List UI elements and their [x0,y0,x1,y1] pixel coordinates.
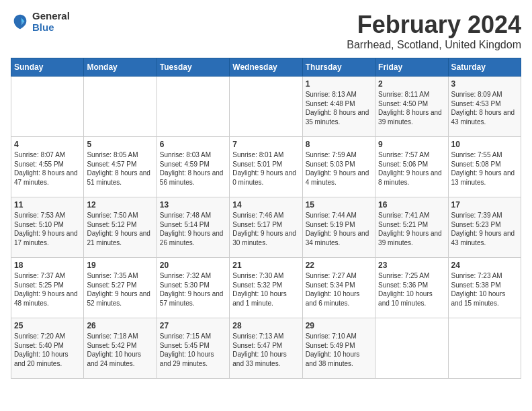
day-cell [157,77,229,137]
day-cell: 28Sunrise: 7:13 AM Sunset: 5:47 PM Dayli… [230,318,302,379]
day-cell: 6Sunrise: 8:03 AM Sunset: 4:59 PM Daylig… [157,137,229,197]
day-cell: 17Sunrise: 7:39 AM Sunset: 5:23 PM Dayli… [448,197,521,258]
day-number: 29 [306,321,372,330]
day-number: 9 [378,140,445,149]
cell-sun-info: Sunrise: 8:05 AM Sunset: 4:57 PM Dayligh… [87,150,153,187]
day-number: 1 [306,79,372,89]
header-cell-friday: Friday [375,58,448,77]
day-cell [11,77,84,137]
cell-sun-info: Sunrise: 7:59 AM Sunset: 5:03 PM Dayligh… [306,150,372,187]
day-cell [84,77,157,137]
cell-sun-info: Sunrise: 7:48 AM Sunset: 5:14 PM Dayligh… [160,211,226,247]
header-cell-sunday: Sunday [11,58,84,77]
day-number: 21 [232,261,299,270]
header-cell-tuesday: Tuesday [157,58,229,77]
cell-sun-info: Sunrise: 7:18 AM Sunset: 5:42 PM Dayligh… [87,332,153,368]
day-number: 20 [160,261,226,270]
week-row-3: 18Sunrise: 7:37 AM Sunset: 5:25 PM Dayli… [11,258,521,318]
day-cell: 23Sunrise: 7:25 AM Sunset: 5:36 PM Dayli… [375,258,448,318]
cell-sun-info: Sunrise: 8:11 AM Sunset: 4:50 PM Dayligh… [378,90,445,126]
day-number: 19 [87,261,153,270]
day-number: 14 [232,200,299,210]
cell-sun-info: Sunrise: 7:46 AM Sunset: 5:17 PM Dayligh… [232,211,299,247]
title-area: February 2024 Barrhead, Scotland, United… [347,11,521,51]
day-number: 2 [378,79,445,89]
logo-text: General Blue [32,11,70,33]
cell-sun-info: Sunrise: 7:35 AM Sunset: 5:27 PM Dayligh… [87,271,153,308]
day-cell: 21Sunrise: 7:30 AM Sunset: 5:32 PM Dayli… [230,258,302,318]
day-number: 17 [451,200,518,210]
cell-sun-info: Sunrise: 8:13 AM Sunset: 4:48 PM Dayligh… [306,90,372,126]
cell-sun-info: Sunrise: 7:15 AM Sunset: 5:45 PM Dayligh… [160,332,226,368]
day-cell [375,318,448,379]
day-cell: 8Sunrise: 7:59 AM Sunset: 5:03 PM Daylig… [302,137,375,197]
day-cell: 14Sunrise: 7:46 AM Sunset: 5:17 PM Dayli… [230,197,302,258]
day-cell: 9Sunrise: 7:57 AM Sunset: 5:06 PM Daylig… [375,137,448,197]
day-cell: 2Sunrise: 8:11 AM Sunset: 4:50 PM Daylig… [375,77,448,137]
week-row-0: 1Sunrise: 8:13 AM Sunset: 4:48 PM Daylig… [11,77,521,137]
day-cell: 20Sunrise: 7:32 AM Sunset: 5:30 PM Dayli… [157,258,229,318]
cell-sun-info: Sunrise: 7:44 AM Sunset: 5:19 PM Dayligh… [306,211,372,247]
day-cell [230,77,302,137]
day-number: 7 [232,140,299,149]
day-cell: 25Sunrise: 7:20 AM Sunset: 5:40 PM Dayli… [11,318,84,379]
page-header: General Blue February 2024 Barrhead, Sco… [11,11,521,51]
header-cell-saturday: Saturday [448,58,521,77]
cell-sun-info: Sunrise: 7:13 AM Sunset: 5:47 PM Dayligh… [232,332,299,368]
month-year-title: February 2024 [347,11,521,39]
day-cell: 18Sunrise: 7:37 AM Sunset: 5:25 PM Dayli… [11,258,84,318]
day-number: 5 [87,140,153,149]
cell-sun-info: Sunrise: 8:03 AM Sunset: 4:59 PM Dayligh… [160,150,226,187]
cell-sun-info: Sunrise: 8:07 AM Sunset: 4:55 PM Dayligh… [14,150,81,187]
cell-sun-info: Sunrise: 7:25 AM Sunset: 5:36 PM Dayligh… [378,271,445,308]
day-number: 18 [14,261,81,270]
header-cell-thursday: Thursday [302,58,375,77]
day-cell: 22Sunrise: 7:27 AM Sunset: 5:34 PM Dayli… [302,258,375,318]
day-cell: 4Sunrise: 8:07 AM Sunset: 4:55 PM Daylig… [11,137,84,197]
day-number: 6 [160,140,226,149]
day-number: 27 [160,321,226,330]
day-number: 28 [232,321,299,330]
day-cell: 3Sunrise: 8:09 AM Sunset: 4:53 PM Daylig… [448,77,521,137]
day-cell: 7Sunrise: 8:01 AM Sunset: 5:01 PM Daylig… [230,137,302,197]
cell-sun-info: Sunrise: 7:50 AM Sunset: 5:12 PM Dayligh… [87,211,153,247]
cell-sun-info: Sunrise: 7:30 AM Sunset: 5:32 PM Dayligh… [232,271,299,308]
location-subtitle: Barrhead, Scotland, United Kingdom [347,39,521,51]
cell-sun-info: Sunrise: 7:39 AM Sunset: 5:23 PM Dayligh… [451,211,518,247]
day-number: 25 [14,321,81,330]
day-cell: 13Sunrise: 7:48 AM Sunset: 5:14 PM Dayli… [157,197,229,258]
day-cell: 12Sunrise: 7:50 AM Sunset: 5:12 PM Dayli… [84,197,157,258]
calendar-table: SundayMondayTuesdayWednesdayThursdayFrid… [11,58,521,379]
calendar-header: SundayMondayTuesdayWednesdayThursdayFrid… [11,58,521,77]
week-row-4: 25Sunrise: 7:20 AM Sunset: 5:40 PM Dayli… [11,318,521,379]
cell-sun-info: Sunrise: 7:41 AM Sunset: 5:21 PM Dayligh… [378,211,445,247]
header-cell-monday: Monday [84,58,157,77]
header-row: SundayMondayTuesdayWednesdayThursdayFrid… [11,58,521,77]
day-number: 10 [451,140,518,149]
cell-sun-info: Sunrise: 7:27 AM Sunset: 5:34 PM Dayligh… [306,271,372,308]
day-cell: 26Sunrise: 7:18 AM Sunset: 5:42 PM Dayli… [84,318,157,379]
day-number: 23 [378,261,445,270]
day-number: 4 [14,140,81,149]
logo-icon [11,13,30,32]
calendar-body: 1Sunrise: 8:13 AM Sunset: 4:48 PM Daylig… [11,77,521,379]
day-number: 22 [306,261,372,270]
day-cell: 19Sunrise: 7:35 AM Sunset: 5:27 PM Dayli… [84,258,157,318]
logo-blue-text: Blue [32,22,70,34]
cell-sun-info: Sunrise: 7:23 AM Sunset: 5:38 PM Dayligh… [451,271,518,308]
week-row-1: 4Sunrise: 8:07 AM Sunset: 4:55 PM Daylig… [11,137,521,197]
logo-general-text: General [32,11,70,22]
cell-sun-info: Sunrise: 7:37 AM Sunset: 5:25 PM Dayligh… [14,271,81,308]
day-cell: 5Sunrise: 8:05 AM Sunset: 4:57 PM Daylig… [84,137,157,197]
day-cell: 24Sunrise: 7:23 AM Sunset: 5:38 PM Dayli… [448,258,521,318]
day-number: 15 [306,200,372,210]
cell-sun-info: Sunrise: 7:20 AM Sunset: 5:40 PM Dayligh… [14,332,81,368]
day-cell [448,318,521,379]
day-cell: 27Sunrise: 7:15 AM Sunset: 5:45 PM Dayli… [157,318,229,379]
cell-sun-info: Sunrise: 7:10 AM Sunset: 5:49 PM Dayligh… [306,332,372,368]
day-number: 26 [87,321,153,330]
cell-sun-info: Sunrise: 7:55 AM Sunset: 5:08 PM Dayligh… [451,150,518,187]
cell-sun-info: Sunrise: 8:01 AM Sunset: 5:01 PM Dayligh… [232,150,299,187]
day-cell: 16Sunrise: 7:41 AM Sunset: 5:21 PM Dayli… [375,197,448,258]
day-number: 3 [451,79,518,89]
